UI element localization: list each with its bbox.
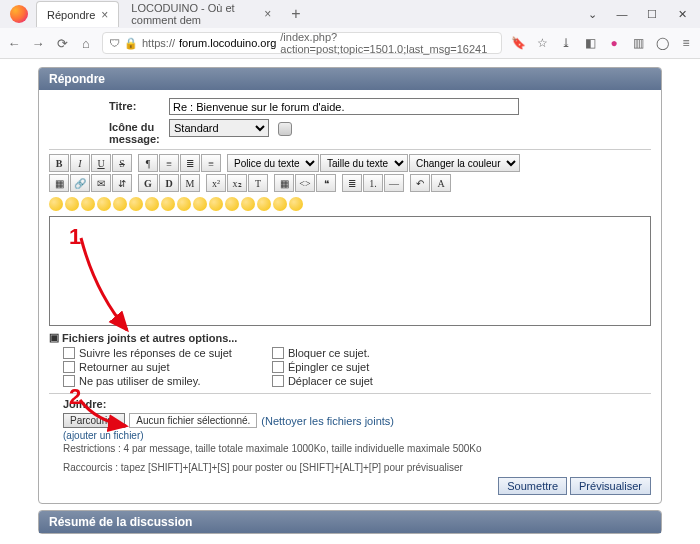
window-controls: ⌄ — ☐ ✕ (578, 3, 696, 25)
quote-button[interactable]: ❝ (316, 174, 336, 192)
attachments-header-label: Fichiers joints et autres options... (62, 332, 237, 344)
smiley-icon[interactable] (97, 197, 111, 211)
submit-button[interactable]: Soumettre (498, 477, 567, 495)
option-follow[interactable]: Suivre les réponses de ce sujet (63, 347, 232, 359)
smiley-icon[interactable] (225, 197, 239, 211)
home-icon[interactable]: ⌂ (78, 35, 94, 51)
checkbox-icon (272, 375, 284, 387)
table-button[interactable]: ▦ (274, 174, 294, 192)
url-input[interactable]: 🛡 🔒 https://forum.locoduino.org/index.ph… (102, 32, 502, 54)
close-icon[interactable]: ✕ (668, 3, 696, 25)
align-right-button[interactable]: ≡ (201, 154, 221, 172)
smiley-icon[interactable] (81, 197, 95, 211)
icon-select[interactable]: Standard (169, 119, 269, 137)
bold-button[interactable]: B (49, 154, 69, 172)
forward-icon[interactable]: → (30, 35, 46, 51)
smiley-icon[interactable] (129, 197, 143, 211)
menu-icon[interactable]: ≡ (678, 35, 694, 51)
marquee-button[interactable]: M (180, 174, 200, 192)
chevron-down-icon[interactable]: ⌄ (578, 3, 606, 25)
email-button[interactable]: ✉ (91, 174, 111, 192)
title-label: Titre: (109, 98, 169, 112)
toggle-view-button[interactable]: A (431, 174, 451, 192)
checkbox-icon (63, 375, 75, 387)
back-icon[interactable]: ← (6, 35, 22, 51)
ordered-list-button[interactable]: 1. (363, 174, 383, 192)
icon-label: Icône du message: (109, 119, 169, 145)
smiley-icon[interactable] (161, 197, 175, 211)
attachments-toggle[interactable]: ▣ Fichiers joints et autres options... (49, 328, 651, 347)
editor-toolbar: B I U S ¶ ≡ ≣ ≡ Police du texte Taille d… (49, 149, 651, 216)
smiley-icon[interactable] (49, 197, 63, 211)
shadow-button[interactable]: D (159, 174, 179, 192)
star-icon[interactable]: ☆ (534, 35, 550, 51)
ftp-button[interactable]: ⇵ (112, 174, 132, 192)
option-lock[interactable]: Bloquer ce sujet. (272, 347, 373, 359)
size-select[interactable]: Taille du texte (320, 154, 408, 172)
subject-input[interactable] (169, 98, 519, 115)
smiley-icon[interactable] (113, 197, 127, 211)
hr-button[interactable]: — (384, 174, 404, 192)
image-button[interactable]: ▦ (49, 174, 69, 192)
list-button[interactable]: ≣ (342, 174, 362, 192)
tab-inactive[interactable]: LOCODUINO - Où et comment dem × (121, 1, 281, 27)
restrictions-text: Restrictions : 4 par message, taille tot… (49, 443, 651, 454)
align-left-button[interactable]: ≡ (159, 154, 179, 172)
font-select[interactable]: Police du texte (227, 154, 319, 172)
reply-panel: Répondre Titre: Icône du message: Standa… (38, 67, 662, 504)
preview-button[interactable]: Prévisualiser (570, 477, 651, 495)
bookmark-icon[interactable]: 🔖 (510, 35, 526, 51)
shortcuts-text: Raccourcis : tapez [SHIFT]+[ALT]+[S] pou… (49, 462, 651, 473)
underline-button[interactable]: U (91, 154, 111, 172)
subscript-button[interactable]: x₂ (227, 174, 247, 192)
smiley-icon[interactable] (241, 197, 255, 211)
link-button[interactable]: 🔗 (70, 174, 90, 192)
smiley-icon[interactable] (289, 197, 303, 211)
pocket-icon[interactable]: ● (606, 35, 622, 51)
minimize-icon[interactable]: — (608, 3, 636, 25)
superscript-button[interactable]: x² (206, 174, 226, 192)
strike-button[interactable]: S (112, 154, 132, 172)
clear-attachments-link[interactable]: (Nettoyer les fichiers joints) (261, 415, 394, 427)
smiley-icon[interactable] (177, 197, 191, 211)
shield-icon: 🛡 (109, 37, 120, 49)
close-icon[interactable]: × (101, 8, 108, 22)
option-return[interactable]: Retourner au sujet (63, 361, 232, 373)
smiley-icon[interactable] (145, 197, 159, 211)
color-select[interactable]: Changer la couleur (409, 154, 520, 172)
new-tab-button[interactable]: + (283, 5, 308, 23)
page-content: Répondre Titre: Icône du message: Standa… (0, 59, 700, 544)
smiley-icon[interactable] (273, 197, 287, 211)
library-icon[interactable]: ▥ (630, 35, 646, 51)
browse-button[interactable]: Parcourir... (63, 413, 125, 428)
option-nosmiley[interactable]: Ne pas utiliser de smiley. (63, 375, 232, 387)
summary-panel: Résumé de la discussion (38, 510, 662, 534)
undo-button[interactable]: ↶ (410, 174, 430, 192)
smiley-icon[interactable] (209, 197, 223, 211)
message-textarea[interactable] (49, 216, 651, 326)
add-file-link[interactable]: (ajouter un fichier) (63, 430, 144, 441)
glow-button[interactable]: G (138, 174, 158, 192)
download-icon[interactable]: ⤓ (558, 35, 574, 51)
maximize-icon[interactable]: ☐ (638, 3, 666, 25)
reload-icon[interactable]: ⟳ (54, 35, 70, 51)
url-path: /index.php?action=post;topic=1501.0;last… (280, 31, 495, 55)
extension-icon[interactable]: ◧ (582, 35, 598, 51)
option-pin[interactable]: Épingler ce sujet (272, 361, 373, 373)
align-center-button[interactable]: ≣ (180, 154, 200, 172)
teletype-button[interactable]: T (248, 174, 268, 192)
smiley-icon[interactable] (65, 197, 79, 211)
smiley-icon[interactable] (257, 197, 271, 211)
close-icon[interactable]: × (264, 7, 271, 21)
file-status: Aucun fichier sélectionné. (129, 413, 257, 428)
message-icon-preview-icon (278, 122, 292, 136)
code-button[interactable]: <> (295, 174, 315, 192)
option-move[interactable]: Déplacer ce sujet (272, 375, 373, 387)
tab-title: LOCODUINO - Où et comment dem (131, 2, 258, 26)
account-icon[interactable]: ◯ (654, 35, 670, 51)
tab-active[interactable]: Répondre × (36, 1, 119, 27)
italic-button[interactable]: I (70, 154, 90, 172)
attach-label: Joindre: (49, 398, 651, 410)
smiley-icon[interactable] (193, 197, 207, 211)
preformat-button[interactable]: ¶ (138, 154, 158, 172)
